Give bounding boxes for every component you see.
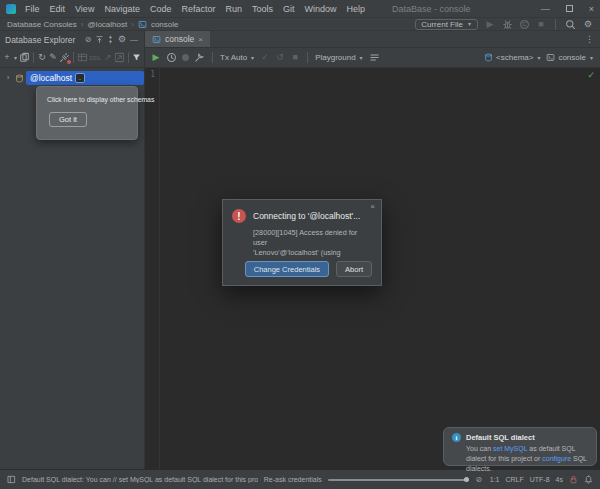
toolbar-divider: [212, 52, 213, 63]
disconnect-icon[interactable]: [59, 52, 70, 63]
run-controls: Current File ▾ ▶ C ■ ⚙: [415, 19, 593, 30]
breadcrumb-localhost[interactable]: @localhost: [88, 20, 128, 29]
toolbar-divider: [128, 52, 129, 63]
error-icon: !: [232, 209, 246, 223]
stop-icon: ■: [536, 19, 546, 30]
inspections-ok-icon[interactable]: ✓: [587, 70, 595, 80]
data-source-icon: [15, 74, 24, 83]
breadcrumb-console[interactable]: console: [151, 20, 179, 29]
window-controls: — ×: [541, 4, 594, 14]
progress-knob: [464, 477, 469, 482]
edit-source-icon[interactable]: ✎: [48, 52, 58, 63]
database-explorer-toolbar: + ▾ ↻ ✎ DDL ↗: [0, 48, 144, 68]
menu-window[interactable]: Window: [305, 4, 337, 14]
open-in-editor-icon: [114, 52, 125, 63]
sql-dialect-notification[interactable]: i Default SQL dialect You can set MySQL …: [443, 427, 597, 466]
menu-tools[interactable]: Tools: [252, 4, 273, 14]
duplicate-icon[interactable]: [19, 52, 30, 63]
collapse-all-icon[interactable]: [95, 35, 104, 44]
rollback-icon: ↺: [275, 52, 285, 63]
run-configuration-selector[interactable]: Current File ▾: [415, 19, 478, 30]
playground-label: Playground: [315, 53, 355, 62]
menu-run[interactable]: Run: [225, 4, 242, 14]
status-message[interactable]: Default SQL dialect: You can // set MySQ…: [22, 476, 258, 483]
tree-expand-chevron-icon[interactable]: ›: [3, 73, 13, 84]
line-ending-widget[interactable]: CRLF: [505, 476, 523, 483]
table-data-icon: [77, 52, 88, 63]
caret-position-widget[interactable]: 1:1: [490, 476, 500, 483]
application-window: File Edit View Navigate Code Refactor Ru…: [0, 0, 600, 489]
expand-collapse-icon[interactable]: [106, 35, 115, 44]
panel-options-gear-icon[interactable]: ⚙: [117, 34, 127, 45]
lock-icon[interactable]: [569, 475, 578, 484]
menu-refactor[interactable]: Refactor: [181, 4, 215, 14]
toolbar-divider: [307, 52, 308, 63]
tab-console[interactable]: console ×: [145, 31, 210, 47]
run-configuration-label: Current File: [421, 20, 463, 29]
ddl-icon: DDL: [89, 55, 102, 61]
menu-bar: File Edit View Navigate Code Refactor Ru…: [25, 4, 365, 14]
notifications-bell-icon[interactable]: [584, 475, 593, 484]
refresh-icon[interactable]: ↻: [37, 52, 47, 63]
tree-item-localhost[interactable]: › @localhost ..: [0, 70, 144, 86]
abort-button[interactable]: Abort: [336, 261, 372, 277]
chevron-down-icon: ▾: [13, 52, 18, 63]
indent-widget[interactable]: 4s: [556, 476, 563, 483]
session-icon: [546, 53, 555, 62]
filter-funnel-icon[interactable]: [132, 53, 141, 62]
coverage-icon: C: [520, 20, 529, 29]
encoding-widget[interactable]: UTF-8: [530, 476, 550, 483]
execute-icon[interactable]: ▶: [151, 52, 161, 63]
output-view-icon[interactable]: [369, 52, 380, 63]
menu-edit[interactable]: Edit: [50, 4, 66, 14]
got-it-button[interactable]: Got it: [49, 112, 87, 127]
notification-header: i Default SQL dialect: [452, 433, 588, 442]
menu-code[interactable]: Code: [150, 4, 172, 14]
session-selector[interactable]: console ▾: [546, 52, 594, 63]
tree-item-label: @localhost: [30, 73, 72, 83]
tab-close-icon[interactable]: ×: [198, 35, 203, 44]
search-icon[interactable]: [565, 19, 576, 30]
console-file-icon: [152, 35, 161, 44]
breadcrumb-database-consoles[interactable]: Database Consoles: [7, 20, 77, 29]
minimize-button[interactable]: —: [541, 4, 550, 14]
wrench-icon[interactable]: [194, 52, 205, 63]
dialog-title: Connecting to '@localhost'...: [253, 211, 360, 221]
query-history-clock-icon[interactable]: [166, 52, 177, 63]
progress-label: Re-ask credentials: [264, 476, 322, 483]
chevron-down-icon: ▾: [536, 52, 541, 63]
menu-file[interactable]: File: [25, 4, 40, 14]
stop-process-icon[interactable]: ⊘: [474, 474, 484, 485]
circle-slash-icon[interactable]: ⊘: [83, 34, 93, 45]
configure-link[interactable]: configure: [542, 455, 571, 462]
tab-label: console: [165, 34, 194, 44]
tab-options-icon[interactable]: ⋮: [585, 34, 600, 44]
menu-navigate[interactable]: Navigate: [104, 4, 140, 14]
session-label: console: [558, 53, 586, 62]
tx-mode-selector[interactable]: Tx Auto ▾: [220, 52, 255, 63]
toolbar-divider: [555, 19, 556, 30]
tool-window-toggle-icon[interactable]: [7, 475, 16, 484]
schemas-more-button[interactable]: ..: [75, 73, 84, 83]
maximize-button[interactable]: [566, 5, 573, 12]
schemas-tooltip: Click here to display other schemas Got …: [36, 86, 138, 140]
hide-panel-icon[interactable]: —: [129, 34, 139, 45]
close-button[interactable]: ×: [589, 4, 594, 14]
dialog-header: ! Connecting to '@localhost'...: [232, 209, 372, 223]
progress-bar: [328, 479, 468, 481]
settings-gear-icon[interactable]: ⚙: [583, 19, 593, 30]
dialog-close-icon[interactable]: ×: [370, 202, 375, 211]
chevron-down-icon: ▾: [250, 52, 255, 63]
panel-title: Database Explorer: [5, 35, 75, 45]
set-mysql-link[interactable]: set MySQL: [493, 445, 527, 452]
menu-help[interactable]: Help: [347, 4, 366, 14]
tooltip-text: Click here to display other schemas: [47, 96, 128, 103]
menu-view[interactable]: View: [75, 4, 94, 14]
change-credentials-button[interactable]: Change Credentials: [245, 261, 329, 277]
status-widgets: Re-ask credentials ⊘ 1:1 CRLF UTF-8 4s: [264, 474, 593, 485]
chevron-down-icon: ▾: [359, 52, 364, 63]
schema-selector[interactable]: <schema> ▾: [484, 52, 541, 63]
add-data-source-icon[interactable]: +: [2, 52, 12, 63]
playground-mode-selector[interactable]: Playground ▾: [315, 52, 363, 63]
menu-git[interactable]: Git: [283, 4, 295, 14]
